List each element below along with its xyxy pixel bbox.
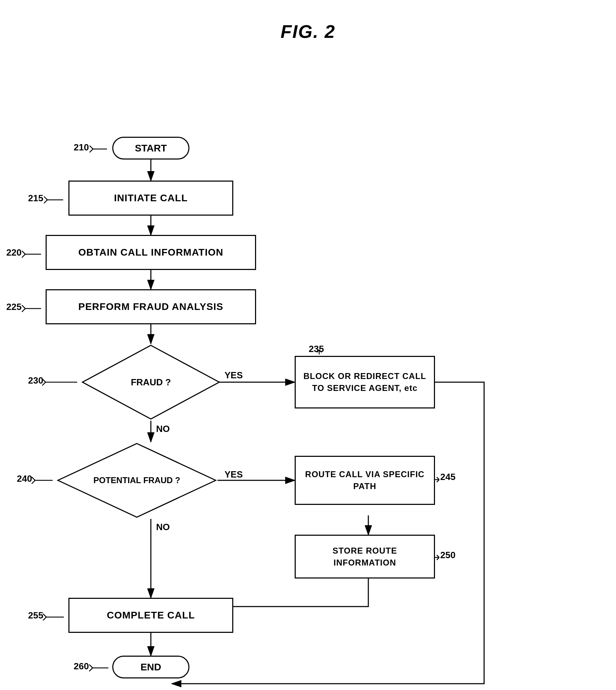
- start-node: START: [112, 137, 189, 160]
- end-node: END: [112, 656, 189, 678]
- tick-225: [22, 305, 45, 312]
- label-250: 250: [440, 550, 455, 561]
- potential-no-label: NO: [156, 522, 170, 533]
- fraud-no-label: NO: [156, 424, 170, 434]
- fraud-diamond-node: FRAUD ?: [81, 344, 221, 421]
- label-215: 215: [28, 193, 43, 204]
- label-260: 260: [74, 661, 89, 672]
- tick-255: [43, 614, 67, 621]
- label-210: 210: [74, 142, 89, 153]
- tick-220: [22, 251, 45, 258]
- perform-fraud-node: PERFORM FRAUD ANALYSIS: [46, 289, 256, 324]
- tick-250: [435, 554, 440, 561]
- label-225: 225: [6, 302, 21, 312]
- tick-260: [89, 664, 112, 671]
- label-230: 230: [28, 375, 43, 386]
- label-240: 240: [17, 473, 32, 484]
- initiate-call-node: INITIATE CALL: [68, 181, 233, 216]
- label-220: 220: [6, 247, 21, 258]
- complete-call-node: COMPLETE CALL: [68, 598, 233, 633]
- tick-210: [89, 146, 111, 153]
- potential-yes-label: YES: [225, 469, 243, 480]
- obtain-call-node: OBTAIN CALL INFORMATION: [46, 235, 256, 270]
- store-route-node: STORE ROUTE INFORMATION: [295, 535, 435, 579]
- label-255: 255: [28, 610, 43, 621]
- tick-230: [42, 379, 81, 386]
- page-title: FIG. 2: [0, 0, 616, 42]
- tick-240: [32, 477, 56, 484]
- block-redirect-node: BLOCK OR REDIRECT CALL TO SERVICE AGENT,…: [295, 356, 435, 408]
- route-call-node: ROUTE CALL VIA SPECIFIC PATH: [295, 456, 435, 505]
- potential-fraud-diamond-node: POTENTIAL FRAUD ?: [56, 442, 217, 519]
- tick-235: [316, 348, 323, 355]
- tick-245: [435, 476, 440, 483]
- label-245: 245: [440, 472, 455, 482]
- tick-215: [44, 196, 67, 203]
- fraud-yes-label: YES: [225, 370, 243, 381]
